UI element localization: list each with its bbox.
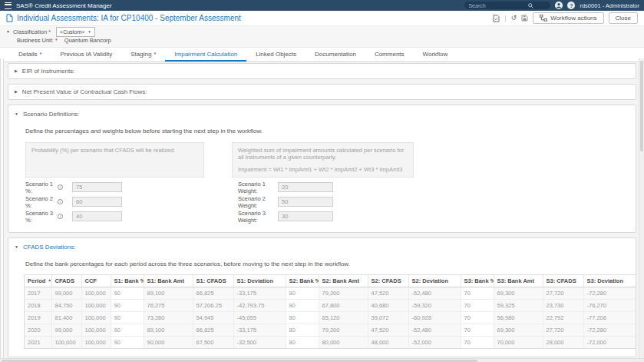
table-cell: 23,730 [543,300,583,312]
search-input[interactable] [468,3,528,8]
validate-icon[interactable] [493,15,500,22]
section-title: Net Present Value of Contractual Cash Fl… [22,88,147,95]
table-cell: 28,000 [543,337,583,349]
info-icon[interactable]: i [58,214,63,219]
table-row: 2021100,000100,0009090,00067,500-32,5008… [25,337,636,349]
workflow-actions-button[interactable]: Workflow actions [533,12,603,24]
section-header[interactable]: ▼ Scenario Definitions: [15,111,629,118]
table-cell: -52,000 [408,337,461,349]
scenario-3-weight-label: Scenario 3 Weight: [238,210,278,224]
editable-cell[interactable]: 70 [461,300,494,312]
vertical-scrollbar[interactable] [639,58,644,358]
table-cell: 67,800 [319,300,368,312]
table-cell: 2019 [25,312,51,324]
table-cell: 69,300 [494,287,543,300]
editable-cell[interactable]: 80 [286,287,319,300]
classification-twisty-icon[interactable]: ▼ [6,30,10,34]
column-header[interactable]: Period▲ [25,275,51,287]
table-cell: 80,000 [319,337,368,349]
scenario-description: Define the percentages and weights below… [25,128,629,135]
search-icon[interactable] [528,3,533,8]
column-header[interactable]: S3: Bank % [461,275,494,287]
editable-cell[interactable]: 70 [461,337,494,349]
column-header[interactable]: CCF [81,275,111,287]
assessment-document-icon [6,14,13,22]
horizontal-scrollbar[interactable] [0,358,644,362]
section-cfads-deviations: ▼ CFADS Deviations: Define the bank perc… [8,237,636,357]
scenario-3-pct-label: Scenario 3 %: [25,210,58,224]
history-icon[interactable]: ↺ [511,15,517,22]
scenario-3-pct-field [72,211,122,221]
help-icon[interactable]: ? [567,2,575,9]
editable-cell[interactable]: 70 [461,287,494,300]
section-header[interactable]: ▶ Net Present Value of Contractual Cash … [15,88,629,95]
section-npv-contractual-cash-flows[interactable]: ▶ Net Present Value of Contractual Cash … [8,84,636,100]
info-icon[interactable]: i [58,184,63,190]
chevron-down-icon: ▼ [88,30,91,34]
column-header[interactable]: S1: Bank % [111,275,144,287]
save-icon[interactable] [521,15,528,22]
section-header[interactable]: ▼ CFADS Deviations: [15,244,629,251]
scenario-info-row: Probability (%) per scenario that CFADS … [25,142,629,178]
column-header[interactable]: S2: Deviation [408,275,461,287]
close-button[interactable]: Close [609,12,638,24]
editable-cell[interactable]: 80 [286,312,319,324]
classification-label: Classification [13,28,47,35]
scenario-3-row: Scenario 3 %: i Scenario 3 Weight: [25,211,629,221]
table-cell: -52,480 [408,287,461,300]
column-header[interactable]: S3: CFADS [543,275,583,287]
table-cell: 56,980 [494,312,543,324]
editable-cell[interactable]: 90 [111,287,144,300]
editable-cell[interactable]: 70 [461,312,494,324]
column-header[interactable]: S2: CFADS [368,275,408,287]
editable-cell[interactable]: 80 [286,300,319,312]
table-cell: 69,300 [494,324,543,337]
table-row: 201799,000100,0009089,10066,825-33,17580… [25,287,636,300]
probability-note: Probability (%) per scenario that CFADS … [25,142,204,178]
editable-cell[interactable]: 90 [111,300,144,312]
scenario-1-weight-field [278,182,333,192]
vertical-scrollbar-thumb[interactable] [640,61,643,151]
section-scenario-definitions: ▼ Scenario Definitions: Define the perce… [8,105,636,233]
classification-dropdown[interactable]: <Custom> ▼ [56,27,95,37]
title-bar: Individual Assessments: IA for CP10400 -… [0,11,644,26]
user-icon[interactable] [555,2,563,9]
column-header[interactable]: S1: Bank Amt [144,275,193,287]
table-cell: 57,206.25 [193,300,233,312]
table-cell: 48,000 [368,337,408,349]
column-header[interactable]: S2: Bank Amt [319,275,368,287]
column-header[interactable]: CFADS [51,275,81,287]
left-panel-splitter[interactable] [0,58,4,358]
hamburger-menu-icon[interactable] [5,2,12,9]
table-row: 202099,000100,0009089,10066,825-33,17580… [25,324,636,337]
table-cell: 99,000 [51,324,81,337]
app-title: SAS® Credit Assessment Manager [16,2,112,9]
table-cell: 89,100 [144,287,193,300]
cfads-table: Period▲CFADSCCFS1: Bank %S1: Bank AmtS1:… [25,275,636,348]
table-cell: -33,175 [233,324,286,337]
info-icon[interactable]: i [58,199,63,204]
search-box[interactable] [464,2,550,9]
editable-cell[interactable]: 90 [111,312,144,324]
column-header[interactable]: S1: Deviation [233,275,286,287]
table-cell: 66,825 [193,287,233,300]
column-header[interactable]: S2: Bank % [286,275,319,287]
table-cell: 65,120 [319,312,368,324]
table-cell: 100,000 [81,324,111,337]
section-header[interactable]: ▶ EIR of Instruments: [15,68,629,75]
editable-cell[interactable]: 90 [111,337,144,349]
column-header[interactable]: S3: Bank Amt [494,275,543,287]
page-title: Individual Assessments: IA for CP10400 -… [17,14,241,22]
scenario-1-pct-field [72,182,122,192]
table-cell: -72,280 [583,287,636,300]
editable-cell[interactable]: 90 [111,324,144,337]
column-header[interactable]: S1: CFADS [193,275,233,287]
section-eir-of-instruments[interactable]: ▶ EIR of Instruments: [8,63,636,79]
editable-cell[interactable]: 80 [286,337,319,349]
editable-cell[interactable]: 80 [286,324,319,337]
editable-cell[interactable]: 70 [461,324,494,337]
scenario-1-row: Scenario 1 %: i Scenario 1 Weight: [25,182,629,192]
table-cell: 100,000 [81,300,111,312]
column-header[interactable]: S3: Deviation [583,275,636,287]
table-cell: -60,928 [408,312,461,324]
